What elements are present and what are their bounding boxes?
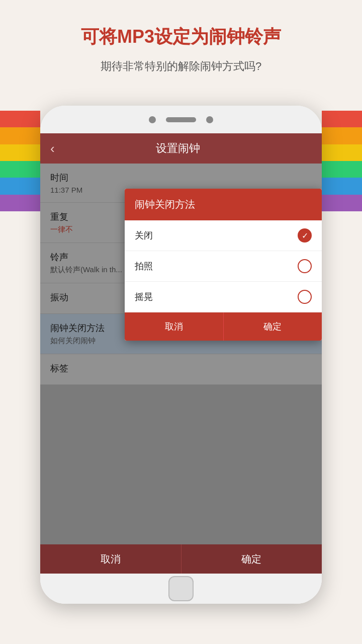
- phone-frame: ‹ 设置闹钟 时间 11:37 PM 重复 一律不 铃声 默认铃声(Walk i…: [40, 106, 322, 604]
- page-title: 可将MP3设定为闹钟铃声: [30, 25, 332, 49]
- option-shake-label: 摇晃: [135, 291, 153, 303]
- dialog-option-close[interactable]: 关闭 ✓: [125, 220, 322, 251]
- dialog-buttons: 取消 确定: [125, 312, 322, 341]
- dialog-cancel-button[interactable]: 取消: [125, 312, 224, 341]
- dialog-title: 闹钟关闭方法: [135, 198, 312, 211]
- radio-shake: [298, 290, 312, 304]
- page-subtitle: 期待非常特别的解除闹钟方式吗?: [30, 59, 332, 74]
- bottom-buttons: 取消 确定: [40, 544, 322, 574]
- phone-camera-icon: [149, 116, 156, 123]
- dialog-header: 闹钟关闭方法: [125, 189, 322, 220]
- phone-top-bar: [40, 106, 322, 133]
- dialog-option-photo[interactable]: 拍照: [125, 251, 322, 282]
- option-photo-label: 拍照: [135, 260, 153, 272]
- dialog-option-shake[interactable]: 摇晃: [125, 282, 322, 312]
- rainbow-stripes-left: [0, 111, 40, 211]
- rainbow-stripes-right: [322, 111, 362, 211]
- check-icon: ✓: [302, 231, 308, 240]
- phone-speaker-icon: [166, 117, 196, 122]
- screen-title: 设置闹钟: [65, 141, 292, 156]
- dialog-confirm-button[interactable]: 确定: [224, 312, 322, 341]
- phone-bottom-bar: [40, 574, 322, 604]
- confirm-button[interactable]: 确定: [182, 544, 322, 574]
- home-button[interactable]: [168, 576, 194, 601]
- option-close-label: 关闭: [135, 229, 153, 242]
- top-section: 可将MP3设定为闹钟铃声 期待非常特别的解除闹钟方式吗?: [0, 25, 362, 74]
- radio-photo: [298, 259, 312, 273]
- dismiss-dialog: 闹钟关闭方法 关闭 ✓ 拍照 摇晃: [125, 189, 322, 341]
- app-header: ‹ 设置闹钟: [40, 133, 322, 164]
- radio-close: ✓: [298, 228, 312, 243]
- cancel-button[interactable]: 取消: [40, 544, 182, 574]
- dialog-overlay: 闹钟关闭方法 关闭 ✓ 拍照 摇晃: [40, 164, 322, 544]
- back-button[interactable]: ‹: [50, 141, 55, 156]
- app-screen: ‹ 设置闹钟 时间 11:37 PM 重复 一律不 铃声 默认铃声(Walk i…: [40, 133, 322, 574]
- phone-sensor-icon: [206, 116, 213, 123]
